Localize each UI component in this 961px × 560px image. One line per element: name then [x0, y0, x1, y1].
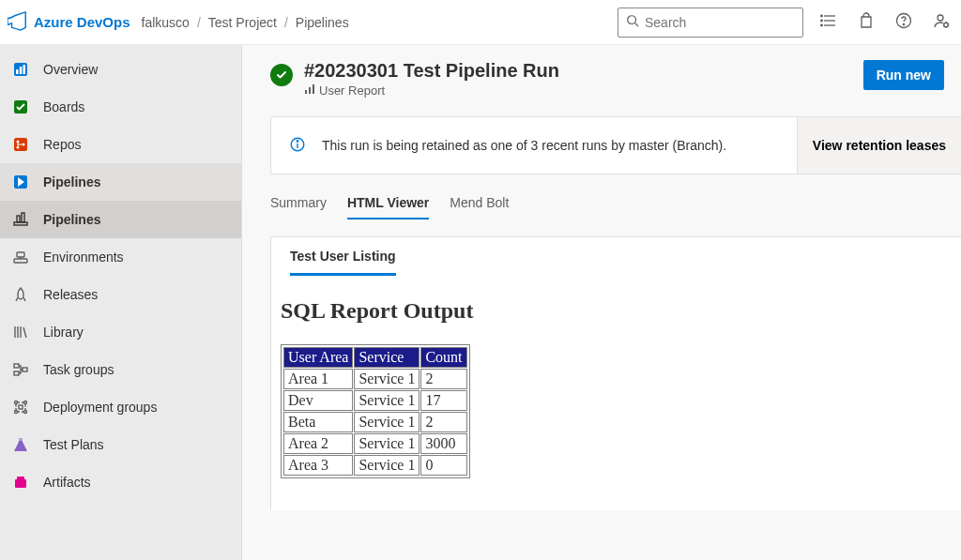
- sidebar-item-label: Pipelines: [43, 174, 100, 189]
- sql-report-table: User Area Service Count Area 1 Service 1…: [281, 344, 470, 478]
- sidebar-item-label: Artifacts: [43, 475, 91, 490]
- search-input[interactable]: [645, 15, 795, 30]
- svg-rect-13: [16, 69, 19, 74]
- sidebar-item-task-groups[interactable]: Task groups: [0, 351, 241, 388]
- table-header: User Area: [283, 347, 353, 368]
- library-icon: [11, 323, 30, 341]
- breadcrumb-section[interactable]: Pipelines: [296, 15, 349, 30]
- breadcrumb-sep-icon: /: [197, 15, 201, 30]
- svg-line-1: [635, 23, 639, 27]
- sidebar-item-boards[interactable]: Boards: [0, 88, 241, 126]
- sidebar-item-deployment-groups[interactable]: Deployment groups: [0, 388, 241, 426]
- svg-rect-40: [19, 438, 23, 441]
- table-row: Area 2 Service 1 3000: [283, 433, 467, 454]
- svg-rect-39: [19, 405, 23, 409]
- breadcrumb: falkusco / Test Project / Pipelines: [142, 15, 349, 30]
- sidebar-item-test-plans[interactable]: Test Plans: [0, 426, 241, 463]
- status-success-icon: [270, 64, 293, 86]
- environments-icon: [11, 248, 30, 266]
- pipelines-sub-icon: [11, 210, 30, 229]
- sidebar-item-artifacts[interactable]: Artifacts: [0, 463, 241, 501]
- pipelines-icon: [11, 173, 30, 191]
- sidebar-item-releases[interactable]: Releases: [0, 276, 241, 313]
- content-area: #20230301 Test Pipeline Run User Report …: [242, 45, 961, 560]
- sidebar-item-label: Task groups: [43, 362, 114, 377]
- sidebar-item-label: Deployment groups: [43, 400, 157, 415]
- run-header: #20230301 Test Pipeline Run User Report …: [270, 60, 961, 98]
- sidebar-item-repos[interactable]: Repos: [0, 126, 241, 163]
- svg-point-10: [938, 15, 943, 21]
- svg-point-18: [17, 141, 20, 144]
- run-new-button[interactable]: Run new: [863, 60, 944, 90]
- svg-point-19: [17, 146, 20, 149]
- table-row: Area 3 Service 1 0: [283, 455, 467, 476]
- svg-rect-24: [22, 213, 24, 222]
- help-icon[interactable]: [895, 12, 912, 32]
- repos-icon: [11, 135, 30, 154]
- svg-rect-41: [15, 479, 26, 488]
- svg-rect-32: [14, 364, 19, 368]
- report-title: SQL Report Output: [281, 298, 952, 324]
- overview-icon: [11, 60, 30, 79]
- tab-html-viewer[interactable]: HTML Viewer: [347, 195, 429, 219]
- svg-rect-33: [14, 371, 19, 375]
- tabs: Summary HTML Viewer Mend Bolt: [270, 195, 961, 219]
- svg-point-20: [23, 144, 25, 146]
- shopping-bag-icon[interactable]: [858, 12, 875, 32]
- brand-label[interactable]: Azure DevOps: [34, 14, 130, 30]
- artifacts-icon: [11, 473, 30, 492]
- sidebar-item-label: Releases: [43, 287, 98, 302]
- table-header: Count: [420, 347, 466, 368]
- page-title: #20230301 Test Pipeline Run: [304, 60, 559, 82]
- sidebar-item-pipelines-sub[interactable]: Pipelines: [0, 201, 241, 238]
- run-subtitle: User Report: [304, 83, 559, 98]
- info-text: This run is being retained as one of 3 r…: [322, 138, 797, 153]
- svg-rect-42: [17, 477, 24, 480]
- search-input-wrap[interactable]: [618, 8, 803, 38]
- table-row: Beta Service 1 2: [283, 412, 467, 432]
- svg-rect-43: [305, 90, 307, 94]
- top-bar: Azure DevOps falkusco / Test Project / P…: [0, 0, 961, 45]
- svg-point-5: [821, 15, 823, 17]
- sidebar-item-label: Boards: [43, 99, 84, 114]
- table-header: Service: [354, 347, 419, 368]
- svg-rect-26: [17, 252, 24, 257]
- list-icon[interactable]: [820, 12, 837, 32]
- svg-point-11: [944, 23, 948, 26]
- deployment-groups-icon: [11, 398, 30, 416]
- sidebar-item-environments[interactable]: Environments: [0, 238, 241, 276]
- boards-icon: [11, 98, 30, 116]
- sidebar-item-label: Overview: [43, 62, 98, 77]
- sidebar-item-pipelines[interactable]: Pipelines: [0, 163, 241, 201]
- tab-summary[interactable]: Summary: [270, 195, 327, 219]
- sidebar-item-label: Environments: [43, 250, 124, 265]
- svg-rect-14: [20, 67, 23, 74]
- svg-rect-25: [14, 259, 27, 263]
- svg-point-6: [821, 20, 823, 22]
- svg-point-0: [628, 16, 636, 24]
- panel: Test User Listing SQL Report Output User…: [270, 236, 961, 510]
- subtab-test-user-listing[interactable]: Test User Listing: [290, 249, 396, 276]
- user-settings-icon[interactable]: [933, 12, 950, 32]
- sidebar-item-library[interactable]: Library: [0, 313, 241, 351]
- svg-point-9: [903, 23, 904, 24]
- svg-point-7: [821, 24, 823, 26]
- breadcrumb-project[interactable]: Test Project: [208, 15, 277, 30]
- breadcrumb-org[interactable]: falkusco: [142, 15, 190, 30]
- sidebar-item-overview[interactable]: Overview: [0, 51, 241, 88]
- sidebar-item-label: Repos: [43, 137, 81, 152]
- svg-point-48: [297, 140, 297, 141]
- table-row: Area 1 Service 1 2: [283, 369, 467, 389]
- tab-mend-bolt[interactable]: Mend Bolt: [450, 195, 509, 219]
- svg-rect-34: [23, 368, 27, 371]
- retention-info-banner: This run is being retained as one of 3 r…: [270, 116, 961, 174]
- releases-icon: [11, 285, 30, 304]
- sidebar-item-label: Library: [43, 325, 84, 340]
- svg-rect-15: [23, 65, 26, 74]
- search-icon: [626, 14, 639, 30]
- test-plans-icon: [11, 435, 30, 454]
- info-icon: [290, 137, 305, 155]
- azure-devops-logo-icon[interactable]: [8, 10, 28, 34]
- view-retention-leases-button[interactable]: View retention leases: [797, 117, 961, 174]
- task-groups-icon: [11, 360, 30, 379]
